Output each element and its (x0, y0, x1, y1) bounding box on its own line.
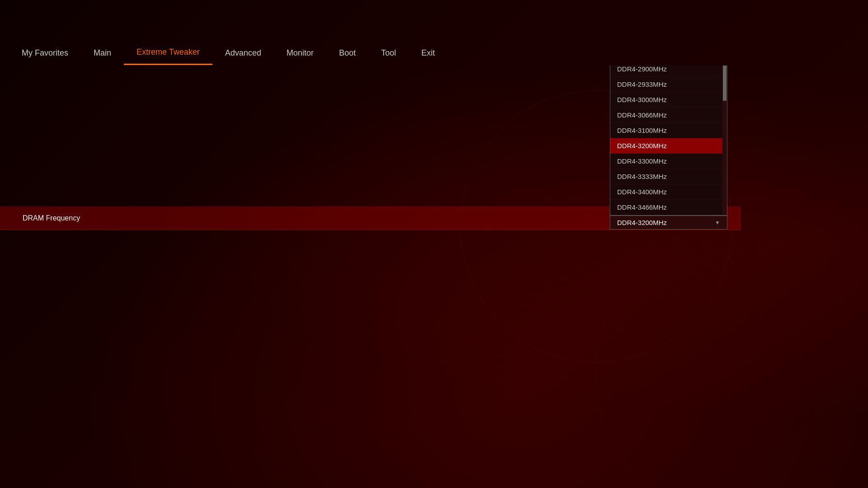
hw-divider (749, 171, 861, 172)
dram-option-3100[interactable]: DDR4-3100MHz (610, 123, 727, 138)
search-faq-label: Search on FAQ (627, 460, 676, 469)
dram-option-3333[interactable]: DDR4-3333MHz (610, 169, 727, 184)
setting-digi-power[interactable]: ▶ External Digi+ Power Control (0, 300, 741, 324)
nav-tool[interactable]: Tool (368, 41, 409, 65)
dram-freq-dropdown-btn[interactable]: DDR4-3200MHz ▼ (610, 216, 727, 230)
cpu-memory-section: CPU/Memory Frequency 3600 MHz Temperatur… (749, 89, 861, 164)
bclk-stat: BCLK 100.00 MHz (749, 118, 803, 132)
aioc-tool[interactable]: AI OC Guide(F11) (663, 15, 726, 24)
svg-point-12 (738, 17, 744, 23)
ez-tuning-icon (296, 460, 306, 469)
svg-line-13 (743, 22, 745, 23)
svg-point-7 (596, 19, 598, 21)
nav-advanced[interactable]: Advanced (212, 41, 274, 65)
capacity-stat: Capacity 65536 MB (807, 150, 862, 164)
info-bar: i Select the DRAM operating frequency. T… (0, 413, 868, 450)
nav-boot[interactable]: Boot (326, 41, 368, 65)
nav-exit[interactable]: Exit (409, 41, 448, 65)
search-faq-tool[interactable]: Search on FAQ (613, 460, 676, 469)
language-tool[interactable]: English (483, 15, 515, 24)
xtreme-tweaking-value: Disabled (622, 238, 648, 245)
nav-my-favorites[interactable]: My Favorites (9, 41, 81, 65)
dram-option-2933[interactable]: DDR4-2933MHz (610, 77, 727, 92)
aura-label: AURA ON/OFF(F4) (804, 16, 859, 23)
setting-xtreme-tweaking[interactable]: Xtreme Tweaking Disabled ▼ (0, 230, 741, 253)
cpu-svid-dropdown[interactable]: Disabled ▼ (614, 258, 727, 272)
dram-option-2900[interactable]: DDR4-2900MHz (610, 66, 727, 77)
cache-row: Cache V req for 4300MHz Max Cache Stable (749, 265, 861, 292)
nav-bar: My Favorites Main Extreme Tweaker Advanc… (0, 41, 868, 66)
hw-monitor-label: Hardware Monitor (761, 73, 830, 83)
hotkeys-icon (523, 460, 533, 469)
svg-rect-21 (524, 462, 532, 467)
prediction-title: Prediction (749, 176, 861, 184)
dram-dropdown-container: DDR4-2900MHz DDR4-2933MHz DDR4-3000MHz D… (610, 66, 727, 230)
info-text: Select the DRAM operating frequency. The… (27, 419, 528, 430)
ezmode-tool[interactable]: EzMode(F7)|→ (414, 460, 476, 469)
svg-point-26 (614, 461, 621, 468)
dram-option-3000[interactable]: DDR4-3000MHz (610, 92, 727, 108)
dram-freq-value: DDR4-3200MHz (617, 219, 667, 226)
expand-cpu-power-icon: ▶ (5, 333, 9, 339)
setting-digi-label: External Digi+ Power Control (12, 308, 727, 316)
qfan-tool[interactable]: Qfan Control(F6) (593, 15, 652, 24)
footer-divider-1: | (271, 460, 273, 469)
footer: Last Modified | EZ Tuning Wizard | EzMod… (0, 450, 868, 488)
nav-monitor[interactable]: Monitor (274, 41, 326, 65)
settings-gear-icon[interactable] (460, 19, 469, 28)
svg-line-27 (620, 466, 622, 468)
nav-extreme-tweaker[interactable]: Extreme Tweaker (124, 41, 212, 65)
setting-cpu-power[interactable]: ▶ Internal CPU Power Management (0, 324, 741, 347)
aioc-label: AI OC Guide(F11) (675, 16, 726, 23)
svid-dropdown-arrow: ▼ (715, 262, 720, 268)
setting-dram-timing[interactable]: ▶ DRAM Timing Control (0, 277, 741, 300)
nonavx-row: NonAVX V req for 5000MHz Max nonAVX Stab… (749, 206, 861, 233)
aura-tool[interactable]: AURA ON/OFF(F4) (792, 15, 859, 25)
prediction-section: Prediction Cooler 201 pts NonAVX V req f… (749, 176, 861, 292)
myfavorite-tool[interactable]: MyFavorite(F3) (527, 15, 581, 24)
qfan-label: Qfan Control(F6) (604, 16, 652, 23)
dram-option-3466[interactable]: DDR4-3466MHz (610, 200, 727, 215)
ez-tuning-tool[interactable]: EZ Tuning Wizard (296, 460, 367, 469)
hotkeys-tool[interactable]: Hot Keys (523, 460, 566, 469)
dropdown-scrollbar[interactable] (722, 66, 727, 215)
ezmode-label: EzMode(F7)|→ (427, 460, 476, 469)
setting-cpu-power-label: Internal CPU Power Management (12, 332, 727, 340)
footer-divider-4: | (589, 460, 590, 469)
svg-rect-3 (10, 25, 24, 28)
svg-rect-15 (750, 74, 757, 79)
dram-option-3300[interactable]: DDR4-3300MHz (610, 154, 727, 169)
setting-cpu-svid-label: CPU SVID Support (14, 261, 614, 269)
scrollbar-thumb[interactable] (723, 66, 726, 101)
cache-max-label-row: Max Cache Stable (749, 272, 861, 285)
last-modified-tool[interactable]: Last Modified (192, 460, 248, 469)
svg-point-14 (796, 19, 798, 21)
setting-dram-timing-label: DRAM Timing Control (12, 285, 727, 293)
fan-icon (593, 15, 602, 24)
header-datetime: 06/22/2019 Saturday 19:01 (415, 9, 469, 31)
monitor-icon (749, 72, 758, 84)
xtreme-dropdown-arrow: ▼ (715, 239, 720, 245)
search-faq-icon (613, 460, 623, 469)
ratio-stat: Ratio 36x (749, 134, 803, 148)
temp-label: Temperature 37°C (807, 103, 862, 117)
setting-cpu-svid[interactable]: CPU SVID Support Disabled ▼ (0, 253, 741, 277)
footer-divider-2: | (389, 460, 391, 469)
xtreme-tweaking-dropdown[interactable]: Disabled ▼ (614, 235, 727, 249)
dram-option-3400[interactable]: DDR4-3400MHz (610, 184, 727, 200)
header-tools: English MyFavorite(F3) Qfan Control(F6) (483, 15, 859, 25)
header-title: UEFI BIOS Utility – Advanced Mode (43, 13, 260, 27)
ez-tuning-label: EZ Tuning Wizard (309, 460, 367, 469)
nav-main[interactable]: Main (81, 41, 124, 65)
settings-panel: 5-Core Ratio Limit 6-Core Ratio Limit 7-… (0, 66, 741, 413)
content-area: 5-Core Ratio Limit 6-Core Ratio Limit 7-… (0, 66, 868, 413)
dram-option-3066[interactable]: DDR4-3066MHz (610, 108, 727, 123)
cpu-memory-title: CPU/Memory (749, 89, 861, 99)
footer-divider-3: | (499, 460, 500, 469)
search-tool[interactable]: Search(F9) (737, 15, 780, 24)
dram-option-3200[interactable]: DDR4-3200MHz (610, 138, 727, 154)
last-modified-icon (192, 460, 202, 469)
setting-dram-freq[interactable]: DRAM Frequency DDR4-2900MHz DDR4-2933MHz… (0, 206, 741, 230)
nonavx-values: Max nonAVX Stable (749, 212, 861, 225)
dropdown-arrow-icon: ▼ (715, 220, 720, 226)
